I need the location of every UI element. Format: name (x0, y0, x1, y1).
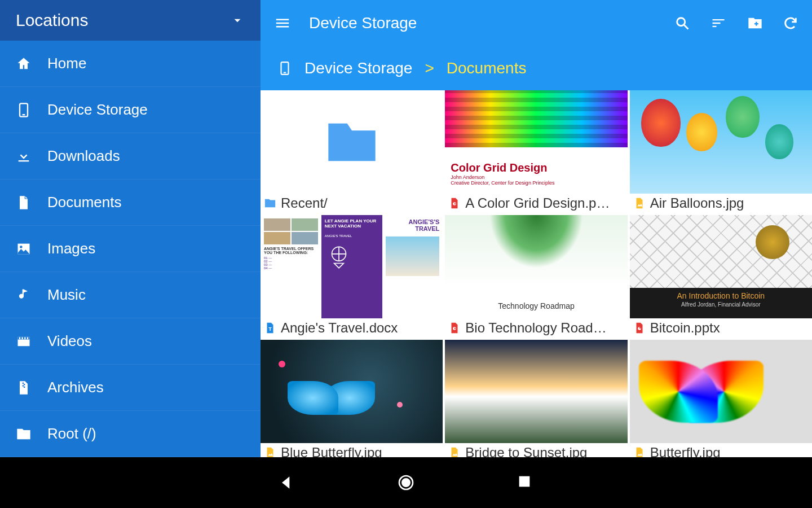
sidebar-item-video[interactable]: Videos (0, 318, 261, 365)
svg-rect-13 (23, 385, 24, 386)
refresh-icon[interactable] (783, 15, 798, 31)
topbar: Device Storage (261, 0, 812, 46)
file-thumbnail: Color Grid DesignJohn AndersonCreative D… (445, 90, 627, 194)
sidebar-item-doc[interactable]: Documents (0, 179, 261, 226)
file-tile[interactable]: Air Balloons.jpg (630, 90, 812, 213)
file-thumbnail: An Introduction to BitcoinAlfred Jordan,… (630, 215, 812, 318)
phone-icon (277, 58, 292, 78)
sidebar-item-archive[interactable]: Archives (0, 365, 261, 411)
file-name: Bridge to Sunset.jpg (465, 445, 587, 457)
svg-rect-14 (24, 386, 25, 387)
back-button[interactable] (277, 474, 295, 492)
breadcrumb: Device Storage > Documents (261, 46, 812, 90)
file-thumbnail: Technology Roadmap (445, 215, 627, 318)
file-tile[interactable]: Blue Butterfly.jpg (261, 340, 443, 457)
file-name: Recent/ (281, 195, 328, 211)
sidebar-header[interactable]: Locations (0, 0, 261, 41)
sidebar-item-label: Device Storage (47, 101, 148, 119)
home-button[interactable] (397, 474, 415, 492)
file-tile[interactable]: ANGIE'S TRAVEL OFFERS YOU THE FOLLOWING:… (261, 215, 443, 338)
file-tile[interactable]: Butterfly.jpg (630, 340, 812, 457)
svg-text:T: T (268, 326, 272, 332)
file-name: Butterfly.jpg (650, 445, 721, 457)
file-tile[interactable]: Bridge to Sunset.jpg (445, 340, 627, 457)
music-icon (16, 287, 32, 303)
svg-rect-9 (24, 337, 25, 339)
search-icon[interactable] (674, 15, 690, 31)
svg-point-15 (677, 18, 685, 26)
file-thumbnail (630, 90, 812, 194)
docx-file-icon: T (264, 322, 276, 334)
folder-icon (16, 426, 32, 442)
image-file-icon (264, 446, 276, 457)
svg-line-16 (685, 25, 689, 29)
sidebar-item-label: Archives (47, 379, 104, 396)
sidebar-title: Locations (16, 11, 88, 30)
sidebar-item-label: Home (47, 55, 86, 72)
file-thumbnail (630, 340, 812, 443)
file-grid: Recent/Color Grid DesignJohn AndersonCre… (261, 90, 812, 457)
archive-icon (16, 380, 32, 396)
sort-icon[interactable] (710, 15, 726, 31)
pptx-file-icon (633, 322, 646, 334)
sidebar-item-label: Images (47, 240, 95, 257)
sidebar-item-download[interactable]: Downloads (0, 133, 261, 179)
file-tile[interactable]: Technology RoadmapBio Technology Road… (445, 215, 627, 338)
file-name: Angie's Travel.docx (281, 320, 398, 336)
svg-rect-7 (19, 337, 20, 339)
sidebar-item-label: Music (47, 286, 86, 304)
file-tile[interactable]: Recent/ (261, 90, 443, 213)
svg-rect-12 (24, 384, 25, 385)
svg-point-27 (402, 479, 409, 486)
svg-rect-28 (519, 476, 530, 487)
image-file-icon (633, 197, 646, 209)
svg-rect-8 (22, 337, 23, 339)
folder-file-icon (264, 197, 276, 209)
doc-icon (16, 195, 32, 211)
file-name: Bitcoin.pptx (650, 320, 720, 336)
topbar-title: Device Storage (309, 14, 656, 32)
sidebar-item-image[interactable]: Images (0, 226, 261, 272)
image-file-icon (633, 446, 646, 457)
sidebar: Locations HomeDevice StorageDownloadsDoc… (0, 0, 261, 457)
breadcrumb-current[interactable]: Documents (447, 59, 527, 77)
pdf-file-icon (448, 322, 461, 334)
image-file-icon (448, 446, 461, 457)
sidebar-item-label: Documents (47, 194, 122, 211)
main-panel: Device Storage Device Storage > Document… (261, 0, 812, 457)
svg-rect-10 (27, 337, 28, 339)
sidebar-item-music[interactable]: Music (0, 272, 261, 318)
recent-button[interactable] (517, 474, 535, 492)
image-icon (16, 241, 32, 257)
sidebar-item-label: Root (/) (47, 425, 96, 443)
sidebar-item-label: Downloads (47, 147, 120, 165)
pdf-file-icon (448, 197, 461, 209)
video-icon (16, 334, 32, 349)
download-icon (16, 148, 32, 164)
android-navbar (0, 457, 812, 508)
sidebar-item-phone[interactable]: Device Storage (0, 87, 261, 133)
phone-icon (16, 102, 32, 118)
breadcrumb-root[interactable]: Device Storage (304, 59, 412, 77)
sidebar-item-home[interactable]: Home (0, 41, 261, 87)
file-name: Bio Technology Road… (465, 320, 606, 336)
svg-rect-18 (754, 23, 758, 24)
home-icon (16, 56, 32, 72)
svg-rect-11 (23, 382, 24, 383)
file-name: Air Balloons.jpg (650, 195, 744, 211)
new-folder-icon[interactable] (747, 15, 762, 31)
file-name: Blue Butterfly.jpg (281, 445, 382, 457)
breadcrumb-separator: > (425, 59, 434, 77)
file-name: A Color Grid Design.p… (465, 195, 610, 211)
hamburger-icon[interactable] (274, 15, 291, 32)
chevron-down-icon (230, 13, 245, 28)
sidebar-item-folder[interactable]: Root (/) (0, 411, 261, 457)
file-thumbnail: ANGIE'S TRAVEL OFFERS YOU THE FOLLOWING:… (261, 215, 443, 318)
file-thumbnail (261, 90, 443, 194)
svg-point-4 (20, 246, 23, 248)
file-tile[interactable]: An Introduction to BitcoinAlfred Jordan,… (630, 215, 812, 338)
sidebar-item-label: Videos (47, 332, 92, 350)
file-thumbnail (261, 340, 443, 443)
svg-rect-2 (19, 160, 29, 161)
file-tile[interactable]: Color Grid DesignJohn AndersonCreative D… (445, 90, 627, 213)
